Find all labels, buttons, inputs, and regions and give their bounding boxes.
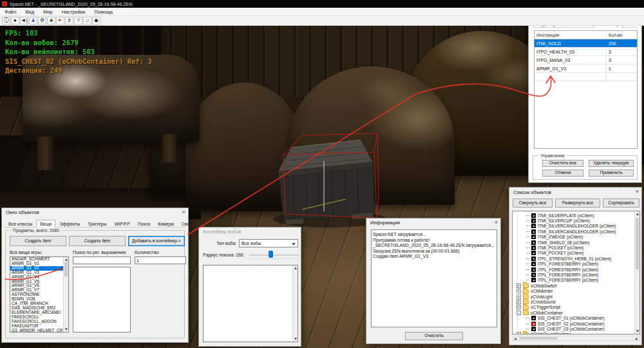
scroll-right-icon[interactable] bbox=[636, 338, 638, 340]
add-to-container-button[interactable]: Добавить в контейнер-> bbox=[128, 236, 185, 246]
tree-item[interactable]: ITMI_SILVERCUP (oCItem) bbox=[515, 218, 634, 223]
tree-item-label: SIS_CHEST_02 (oCMobContainer) bbox=[538, 322, 605, 326]
table-row[interactable]: ITPO_MANA_03 3 bbox=[535, 56, 637, 64]
tree-item[interactable]: ITPL_FORESTBERRY (oCItem) bbox=[515, 267, 634, 272]
tree-item[interactable]: + oCMobInter bbox=[515, 288, 634, 293]
list-item[interactable]: G3_ARMOR_HELMET_CRONE bbox=[10, 329, 63, 333]
search-results-listbox[interactable] bbox=[73, 267, 131, 333]
tree-item[interactable]: SIS_CHEST_03 (oCMobContainer) bbox=[515, 326, 634, 331]
expand-all-button[interactable]: Развернуть все bbox=[555, 198, 600, 208]
tab[interactable]: Эффекты bbox=[55, 220, 84, 227]
gear-icon[interactable]: ⚙ bbox=[38, 17, 46, 24]
tree-item[interactable]: + zCVobLight bbox=[515, 294, 634, 299]
create-item-button-2[interactable]: Создать Item bbox=[69, 236, 126, 246]
scroll-up-icon[interactable] bbox=[65, 258, 68, 261]
create-item-button[interactable]: Создать Item bbox=[10, 236, 66, 246]
apply-button[interactable]: Применить bbox=[589, 169, 634, 177]
sphere-icon[interactable]: ● bbox=[11, 17, 19, 24]
tree-item[interactable]: ITAR_SHIELD_08 (oCItem) bbox=[515, 240, 634, 245]
close-icon[interactable]: × bbox=[636, 188, 639, 195]
object-list-title: Список объектов bbox=[513, 189, 551, 195]
tab[interactable]: WIP/FP bbox=[111, 220, 134, 227]
help-icon[interactable]: ? bbox=[74, 17, 82, 24]
scrollbar[interactable] bbox=[634, 211, 639, 334]
delete-current-button[interactable]: Удалить текущую bbox=[589, 160, 634, 167]
table-row[interactable]: ARMR_G1_V2 1 bbox=[535, 64, 637, 73]
scroll-thumb[interactable] bbox=[64, 262, 68, 276]
clear-all-button[interactable]: Очистить все bbox=[542, 160, 583, 167]
scrollbar[interactable] bbox=[292, 266, 298, 342]
info-icon[interactable]: ⓘ bbox=[2, 17, 10, 24]
tab[interactable]: Все классы bbox=[5, 220, 36, 227]
tree-item[interactable]: ITMI_POCKET (oCItem) bbox=[515, 245, 634, 250]
waynet-grid-icon[interactable]: ♯ bbox=[65, 17, 73, 24]
tree-item[interactable]: ITPL_FORESTBERRY (oCItem) bbox=[515, 262, 634, 267]
clear-log-button[interactable]: Очистить bbox=[405, 332, 463, 340]
radius-slider[interactable] bbox=[249, 251, 299, 260]
horizontal-scrollbar[interactable] bbox=[512, 336, 640, 341]
tab[interactable]: Свет bbox=[178, 220, 196, 227]
tree-item[interactable]: + oCMobSwitch bbox=[515, 283, 634, 288]
tree-item[interactable]: SIS_CHEST_01 (oCMobContainer) bbox=[515, 315, 634, 320]
tree-item[interactable]: ITPL_FORESTBERRY (oCItem) bbox=[515, 272, 634, 277]
count-input[interactable] bbox=[135, 256, 186, 264]
scroll-up-icon[interactable] bbox=[636, 213, 639, 215]
tree-item-label: SIS_CHEST_03 (oCMobContainer) bbox=[538, 327, 605, 331]
eye-icon[interactable]: ◉ bbox=[92, 17, 100, 24]
scene-bench bbox=[185, 82, 303, 211]
table-row[interactable] bbox=[535, 73, 637, 81]
tab[interactable]: Вещи bbox=[36, 220, 55, 227]
tree-item[interactable]: ITMI_POCKET (oCItem) bbox=[515, 251, 634, 256]
tree-item[interactable]: ITMI_ZWEIGE (oCItem) bbox=[515, 235, 634, 240]
menu-item[interactable]: Настройки bbox=[57, 9, 90, 15]
close-icon[interactable]: × bbox=[495, 219, 498, 226]
scroll-down-icon[interactable] bbox=[294, 338, 297, 340]
scroll-thumb[interactable] bbox=[636, 218, 639, 269]
hand-icon[interactable]: ☛ bbox=[56, 17, 64, 24]
tree-item-icon bbox=[531, 246, 536, 250]
cube-icon[interactable]: ▱ bbox=[83, 17, 91, 24]
vob-results-listbox[interactable] bbox=[203, 265, 298, 342]
chevron-down-icon bbox=[292, 243, 296, 246]
cancel-button[interactable]: Отмена bbox=[542, 169, 583, 177]
scene-bench-leg bbox=[37, 137, 54, 170]
tree-item[interactable]: ITPL_FORESTBERRY (oCItem) bbox=[515, 278, 634, 283]
scroll-down-icon[interactable] bbox=[636, 330, 639, 333]
tree-item[interactable]: ITMI_SILVERPLATE (oCItem) bbox=[515, 213, 634, 218]
tree-item[interactable]: ITMI_SILVERCANDLEHOLDER (oCItem) bbox=[515, 229, 634, 234]
menu-item[interactable]: Файл bbox=[0, 9, 21, 15]
tree-item[interactable]: + zCVobSoundDaytime bbox=[515, 332, 634, 334]
tree-item-label: ITMI_SILVERPLATE (oCItem) bbox=[538, 213, 594, 218]
tree-item[interactable]: + zCVobSound bbox=[515, 299, 634, 304]
scrollbar[interactable] bbox=[63, 257, 68, 332]
table-row[interactable]: ITMI_GOLD 200 bbox=[535, 39, 637, 48]
tree-item[interactable]: + oCTriggerScript bbox=[515, 305, 634, 310]
tab[interactable]: Триггеры bbox=[84, 220, 110, 227]
speaker-icon[interactable]: ◄) bbox=[20, 17, 28, 24]
tree-item[interactable]: SIS_CHEST_02 (oCMobContainer) bbox=[515, 321, 634, 326]
debug-line: Кол-во вейпоинтов: 503 bbox=[5, 47, 152, 57]
scroll-left-icon[interactable] bbox=[514, 338, 516, 340]
menu-item[interactable]: Помощь bbox=[90, 9, 117, 15]
npc-figure-icon[interactable]: ♟ bbox=[29, 17, 37, 24]
tree-item[interactable]: ITPL_STRENGTH_HERB_01 (oCItem) bbox=[515, 256, 634, 261]
close-icon[interactable]: × bbox=[182, 209, 185, 215]
menu-item[interactable]: Вид bbox=[21, 9, 39, 15]
search-input[interactable] bbox=[73, 256, 131, 264]
leaf-icon[interactable]: ♣ bbox=[47, 17, 55, 24]
sort-button[interactable]: Сортировать bbox=[603, 198, 639, 208]
tree-toggle[interactable]: + bbox=[516, 332, 521, 334]
tree-item[interactable]: - oCMobContainer bbox=[515, 310, 634, 315]
table-row[interactable]: ITPO_HEALTH_03 3 bbox=[535, 48, 637, 56]
tree-item-label: ITMI_SILVERCUP (oCItem) bbox=[538, 218, 590, 223]
scroll-up-icon[interactable] bbox=[294, 267, 297, 269]
scroll-down-icon[interactable] bbox=[65, 328, 68, 331]
scroll-thumb[interactable] bbox=[519, 337, 558, 340]
vob-type-dropdown[interactable]: Все вобы bbox=[239, 239, 298, 247]
collapse-all-button[interactable]: Свернуть все bbox=[513, 198, 553, 208]
menu-item[interactable]: Мир bbox=[39, 9, 57, 15]
tree-item[interactable]: ITMI_SILVERCANDLEHOLDER (oCItem) bbox=[515, 224, 634, 229]
slider-thumb[interactable] bbox=[269, 251, 273, 258]
tab[interactable]: Камера bbox=[154, 220, 177, 227]
tab[interactable]: Поиск bbox=[134, 220, 154, 227]
